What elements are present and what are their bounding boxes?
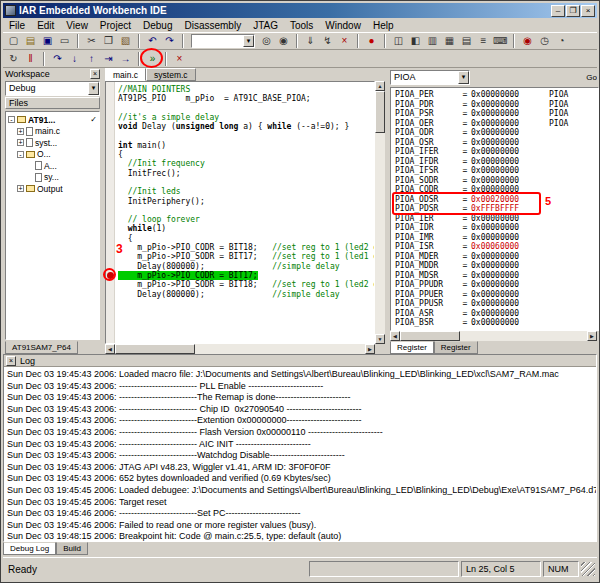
close-button[interactable]: × (581, 5, 595, 17)
code-area[interactable]: //MAIN POINTERSAT91PS_PIO m_pPio = AT91C… (115, 82, 374, 343)
step-out-button[interactable]: ↑ (83, 51, 100, 67)
maximize-button[interactable]: ❐ (566, 5, 580, 17)
register-row[interactable]: PIOA_OSR=0x00000000 (395, 138, 598, 148)
break-button[interactable]: ‖ (22, 51, 39, 67)
tab-build[interactable]: Build (56, 542, 88, 555)
tree-item[interactable]: +syst... (6, 137, 99, 149)
chevron-down-icon[interactable]: ▾ (243, 35, 254, 47)
tab-systemc[interactable]: system.c (146, 68, 196, 81)
menu-help[interactable]: Help (367, 19, 400, 32)
menu-jtag[interactable]: JTAG (247, 19, 284, 32)
register-row[interactable]: PIOA_SODR=0x00000000 (395, 176, 598, 186)
workspace-close-icon[interactable]: × (90, 69, 100, 79)
register-row[interactable]: PIOA_IFDR=0x00000000 (395, 157, 598, 167)
register-row[interactable]: PIOA_IMR=0x00000000 (395, 233, 598, 243)
chevron-down-icon[interactable]: ▾ (458, 71, 469, 84)
compile-button[interactable]: ↯ (319, 33, 336, 49)
scroll-down-icon[interactable]: ▼ (375, 334, 385, 344)
register-row[interactable]: PIOA_IER=0x00000000 (395, 214, 598, 224)
print-button[interactable]: ▭ (56, 33, 73, 49)
find-next-button[interactable]: ◉ (275, 33, 292, 49)
menu-view[interactable]: View (60, 19, 94, 32)
register-row[interactable]: PIOA_MDER=0x00000000 (395, 252, 598, 262)
reset-button[interactable]: ↻ (5, 51, 22, 67)
register-row[interactable]: PIOA_IFER=0x00000000 (395, 147, 598, 157)
copy-button[interactable]: ❐ (100, 33, 117, 49)
register-row[interactable]: PIOA_MDDR=0x00000000 (395, 261, 598, 271)
scroll-left-icon[interactable]: ◀ (105, 344, 115, 354)
tree-item[interactable]: +Output (6, 183, 99, 195)
editor-body[interactable]: //MAIN POINTERSAT91PS_PIO m_pPio = AT91C… (105, 81, 375, 344)
build-config-select[interactable]: Debug ▾ (5, 81, 100, 96)
menu-file[interactable]: File (3, 19, 31, 32)
editor-vertical-scrollbar[interactable]: ▲ ▼ (375, 81, 385, 344)
find-combo[interactable]: ▾ (191, 34, 255, 48)
scroll-right-icon[interactable]: ▶ (587, 331, 597, 341)
toggle-breakpoint-button[interactable]: ● (363, 33, 380, 49)
register-row[interactable]: PIOA_ISR=0x00060000 (395, 242, 598, 252)
resize-grip[interactable] (581, 562, 595, 576)
horizontal-scroll-thumb[interactable] (400, 331, 460, 341)
find-button[interactable]: ◎ (258, 33, 275, 49)
stack-window-button[interactable]: ▤ (458, 33, 475, 49)
register-row[interactable]: PIOA_IFSR=0x00000000 (395, 166, 598, 176)
scroll-up-icon[interactable]: ▲ (375, 81, 385, 91)
scroll-left-icon[interactable]: ◀ (390, 331, 400, 341)
next-statement-button[interactable]: ⇥ (100, 51, 117, 67)
expand-icon[interactable]: + (17, 139, 24, 146)
undo-button[interactable]: ↶ (144, 33, 161, 49)
step-into-button[interactable]: ↓ (66, 51, 83, 67)
register-row[interactable]: PIOA_BSR=0x00000000 (395, 318, 598, 328)
locals-window-button[interactable]: ◧ (407, 33, 424, 49)
make-button[interactable]: ⇓ (302, 33, 319, 49)
register-window-button[interactable]: ▥ (424, 33, 441, 49)
register-group-select[interactable]: PIOA ▾ (390, 70, 470, 85)
open-file-button[interactable]: ▤ (22, 33, 39, 49)
tree-item[interactable]: +main.c (6, 126, 99, 138)
register-row[interactable]: PIOA_ODR=0x00000000 (395, 128, 598, 138)
tab-mainc[interactable]: main.c (105, 68, 146, 81)
profiling-window-button[interactable]: ◷ (536, 33, 553, 49)
register-row[interactable]: PIOA_ASR=0x00000000 (395, 309, 598, 319)
menu-tools[interactable]: Tools (284, 19, 319, 32)
tree-item[interactable]: A... (6, 160, 99, 172)
breakpoint-marker[interactable] (107, 272, 114, 279)
register-row[interactable]: PIOA_CODR=0x00000000 (395, 185, 598, 195)
stop-debugging-button[interactable]: × (171, 51, 188, 67)
minimize-button[interactable]: – (551, 5, 565, 17)
code-coverage-window-button[interactable]: ◔ (553, 33, 570, 49)
menu-edit[interactable]: Edit (31, 19, 60, 32)
log-close-icon[interactable]: × (6, 356, 16, 366)
run-to-cursor-button[interactable]: → (117, 51, 134, 67)
tab-register[interactable]: Register (434, 341, 478, 354)
register-row[interactable]: PIOA_PDSR=0xFFFBFFFF (395, 204, 598, 214)
register-row[interactable]: PIOA_ODSR=0x00020000 (395, 195, 598, 205)
save-button[interactable]: ▣ (39, 33, 56, 49)
workspace-project-tab[interactable]: AT91SAM7_P64 (5, 341, 78, 354)
collapse-icon[interactable]: - (8, 116, 15, 123)
new-file-button[interactable]: ▢ (5, 33, 22, 49)
expand-icon[interactable]: + (17, 185, 24, 192)
tab-register[interactable]: Register (390, 341, 434, 354)
disassembly-window-button[interactable]: ≡ (475, 33, 492, 49)
horizontal-scroll-thumb[interactable] (115, 344, 195, 354)
step-over-button[interactable]: ↷ (49, 51, 66, 67)
register-row[interactable]: PIOA_PPUDR=0x00000000 (395, 280, 598, 290)
menu-disassembly[interactable]: Disassembly (178, 19, 247, 32)
register-row[interactable]: PIOA_PPUER=0x00000000 (395, 290, 598, 300)
redo-button[interactable]: ↷ (161, 33, 178, 49)
collapse-icon[interactable]: - (17, 151, 24, 158)
register-row[interactable]: PIOA_MDSR=0x00000000 (395, 271, 598, 281)
register-row[interactable]: PIOA_IDR=0x00000000 (395, 223, 598, 233)
editor-horizontal-scrollbar[interactable]: ◀ ▶ (105, 344, 375, 354)
menu-project[interactable]: Project (94, 19, 137, 32)
tree-item[interactable]: sy... (6, 172, 99, 184)
vertical-scroll-thumb[interactable] (375, 91, 385, 133)
breakpoint-margin[interactable] (106, 82, 115, 343)
tree-item[interactable]: -O... (6, 149, 99, 161)
tree-item[interactable]: -AT91...✓ (6, 114, 99, 126)
register-row[interactable]: PIOA_PPUSR=0x00000000 (395, 299, 598, 309)
cut-button[interactable]: ✂ (83, 33, 100, 49)
stop-build-button[interactable]: × (336, 33, 353, 49)
menu-debug[interactable]: Debug (137, 19, 178, 32)
